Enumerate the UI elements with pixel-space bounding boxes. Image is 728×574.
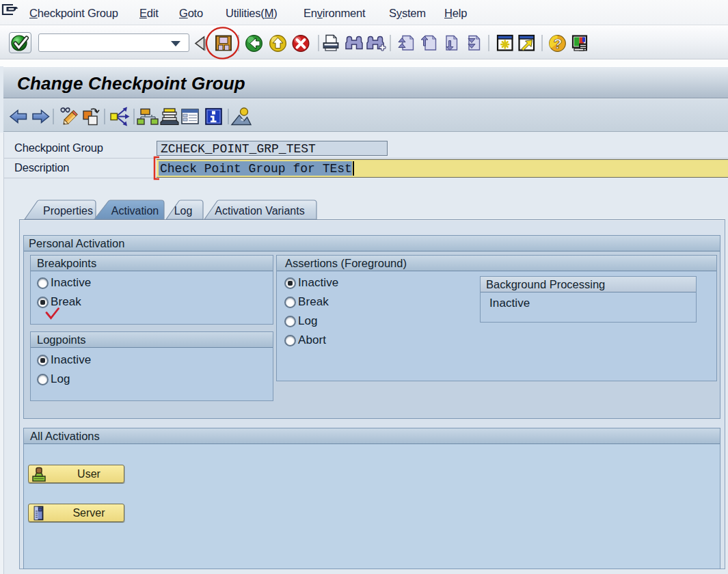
svg-text:Log: Log (174, 205, 193, 217)
svg-text:Properties: Properties (43, 205, 93, 217)
svg-text:Activation: Activation (111, 205, 159, 217)
svg-text:Activation Variants: Activation Variants (215, 205, 304, 217)
svg-text:?: ? (554, 36, 563, 51)
